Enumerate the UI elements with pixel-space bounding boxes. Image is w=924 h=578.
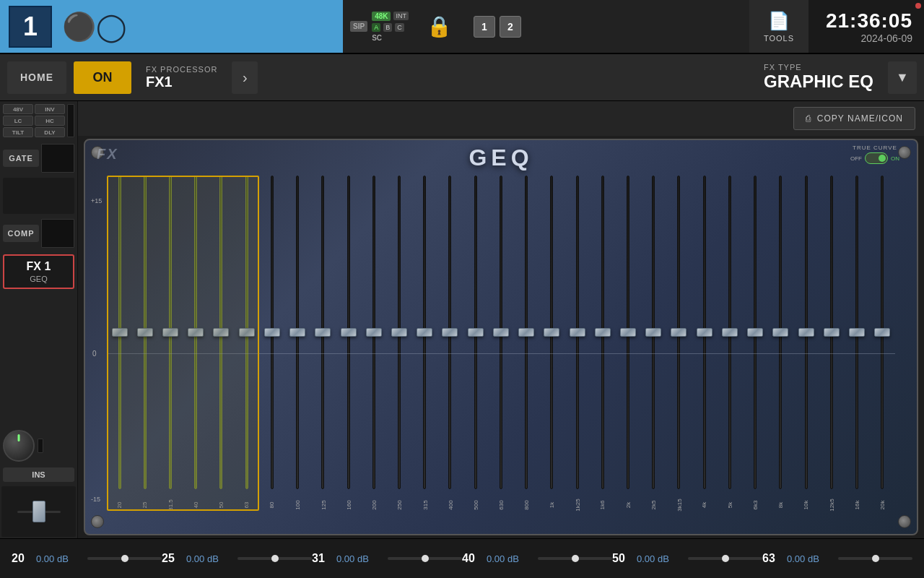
fader-knob-16k[interactable] xyxy=(849,328,865,337)
fx-processor-value: FX1 xyxy=(146,74,217,90)
bottom-slider-0[interactable] xyxy=(87,557,162,560)
bottom-slider-5[interactable] xyxy=(838,557,912,560)
fader-track-125[interactable] xyxy=(321,176,324,489)
fader-knob-12k5[interactable] xyxy=(824,328,840,337)
fader-knob-10k[interactable] xyxy=(798,328,814,337)
fader-knob-1k25[interactable] xyxy=(570,328,585,337)
on-button[interactable]: ON xyxy=(74,61,131,94)
channel-number[interactable]: 1 xyxy=(9,6,52,48)
fader-track-315[interactable] xyxy=(423,176,426,489)
fader-track-1k25[interactable] xyxy=(576,176,579,489)
fader-knob-2k5[interactable] xyxy=(645,328,661,337)
bottom-slider-3[interactable] xyxy=(538,557,612,560)
fader-track-2k[interactable] xyxy=(627,176,629,489)
zero-line xyxy=(107,353,895,354)
fader-track-6k3[interactable] xyxy=(754,176,757,489)
bottom-slider-thumb-5[interactable] xyxy=(872,555,879,562)
fx-type-dropdown[interactable]: ▼ xyxy=(888,61,917,94)
fader-track-10k[interactable] xyxy=(805,176,808,489)
tools-section[interactable]: 📄 TOOLS xyxy=(749,0,808,53)
bottom-slider-thumb-1[interactable] xyxy=(271,555,279,562)
fader-knob-40[interactable] xyxy=(188,328,204,337)
fader-track-160[interactable] xyxy=(347,176,350,489)
fx-arrow-button[interactable]: › xyxy=(232,61,258,94)
fader-knob-400[interactable] xyxy=(442,328,458,337)
fader-knob-315[interactable] xyxy=(417,328,432,337)
fader-track-12k5[interactable] xyxy=(830,176,833,489)
fader-knob-125[interactable] xyxy=(315,328,331,337)
fader-track-50[interactable] xyxy=(219,176,222,489)
fader-track-20k[interactable] xyxy=(881,176,884,489)
fader-knob-20[interactable] xyxy=(112,328,128,337)
fader-track-250[interactable] xyxy=(398,176,401,489)
btn-tilt[interactable]: TILT xyxy=(3,127,33,137)
btn-dly[interactable]: DLY xyxy=(35,127,65,137)
fader-track-31.5[interactable] xyxy=(169,176,172,489)
fader-knob-160[interactable] xyxy=(341,328,357,337)
fader-knob-2k[interactable] xyxy=(620,328,636,337)
true-curve-toggle[interactable] xyxy=(865,152,888,164)
fader-track-800[interactable] xyxy=(525,176,528,489)
fader-knob-200[interactable] xyxy=(366,328,382,337)
fader-knob-3k15[interactable] xyxy=(671,328,687,337)
fader-knob-25[interactable] xyxy=(137,328,153,337)
bottom-slider-thumb-2[interactable] xyxy=(422,555,429,562)
fader-knob-63[interactable] xyxy=(239,328,255,337)
ins-label[interactable]: INS xyxy=(3,467,74,482)
home-button[interactable]: HOME xyxy=(7,61,66,94)
bottom-slider-thumb-0[interactable] xyxy=(121,555,128,562)
fader-knob-4k[interactable] xyxy=(697,328,712,337)
fader-track-8k[interactable] xyxy=(779,176,782,489)
fader-track-63[interactable] xyxy=(245,176,248,489)
fader-track-1k6[interactable] xyxy=(601,176,604,489)
btn-48v[interactable]: 48V xyxy=(3,104,33,114)
fader-knob-50[interactable] xyxy=(213,328,229,337)
fader-knob-630[interactable] xyxy=(493,328,509,337)
fader-knob-80[interactable] xyxy=(264,328,280,337)
copy-name-button[interactable]: ⎙ COPY NAME/ICON xyxy=(793,107,915,130)
fader-knob-100[interactable] xyxy=(289,328,305,337)
btn-lc[interactable]: LC xyxy=(3,116,33,126)
fader-knob-800[interactable] xyxy=(518,328,534,337)
fader-knob-20k[interactable] xyxy=(874,328,890,337)
fader-track-5k[interactable] xyxy=(728,176,731,489)
fader-knob-31.5[interactable] xyxy=(162,328,178,337)
channel-fader[interactable] xyxy=(1,486,76,537)
fader-track-16k[interactable] xyxy=(855,176,858,489)
btn-hc[interactable]: HC xyxy=(35,116,65,126)
comp-label[interactable]: COMP xyxy=(3,225,39,242)
fader-knob-1k[interactable] xyxy=(544,328,559,337)
fader-track-100[interactable] xyxy=(296,176,299,489)
fader-knob-250[interactable] xyxy=(391,328,407,337)
gate-label[interactable]: GATE xyxy=(3,150,39,167)
fader-track-1k[interactable] xyxy=(550,176,553,489)
fader-track-4k[interactable] xyxy=(703,176,706,489)
btn-inv[interactable]: INV xyxy=(35,104,65,114)
fader-track-40[interactable] xyxy=(194,176,197,489)
fader-track-500[interactable] xyxy=(474,176,477,489)
fader-track-25[interactable] xyxy=(144,176,147,489)
fader-knob-1k6[interactable] xyxy=(595,328,611,337)
bottom-slider-4[interactable] xyxy=(688,557,762,560)
fader-knob-500[interactable] xyxy=(468,328,484,337)
channel-btn-2[interactable]: 2 xyxy=(500,16,521,38)
channel-knob[interactable] xyxy=(3,430,35,462)
fader-track-20[interactable] xyxy=(118,176,121,489)
channel-btn-1[interactable]: 1 xyxy=(474,16,495,38)
fader-track-2k5[interactable] xyxy=(652,176,655,489)
fader-track-630[interactable] xyxy=(500,176,502,489)
fader-knob-8k[interactable] xyxy=(772,328,788,337)
fader-knob-5k[interactable] xyxy=(722,328,738,337)
freq-label-31.5: 31.5 xyxy=(162,499,179,511)
fx-processor-section: FX PROCESSOR FX1 xyxy=(139,65,225,90)
fader-knob-6k3[interactable] xyxy=(747,328,763,337)
fader-track-400[interactable] xyxy=(448,176,451,489)
fader-track-80[interactable] xyxy=(271,176,274,489)
bottom-slider-2[interactable] xyxy=(388,557,462,560)
bottom-slider-thumb-4[interactable] xyxy=(722,555,729,562)
fx1-section[interactable]: FX 1 GEQ xyxy=(3,254,74,289)
fader-track-200[interactable] xyxy=(372,176,375,489)
fader-track-3k15[interactable] xyxy=(677,176,680,489)
bottom-slider-thumb-3[interactable] xyxy=(572,555,579,562)
bottom-slider-1[interactable] xyxy=(237,557,312,560)
